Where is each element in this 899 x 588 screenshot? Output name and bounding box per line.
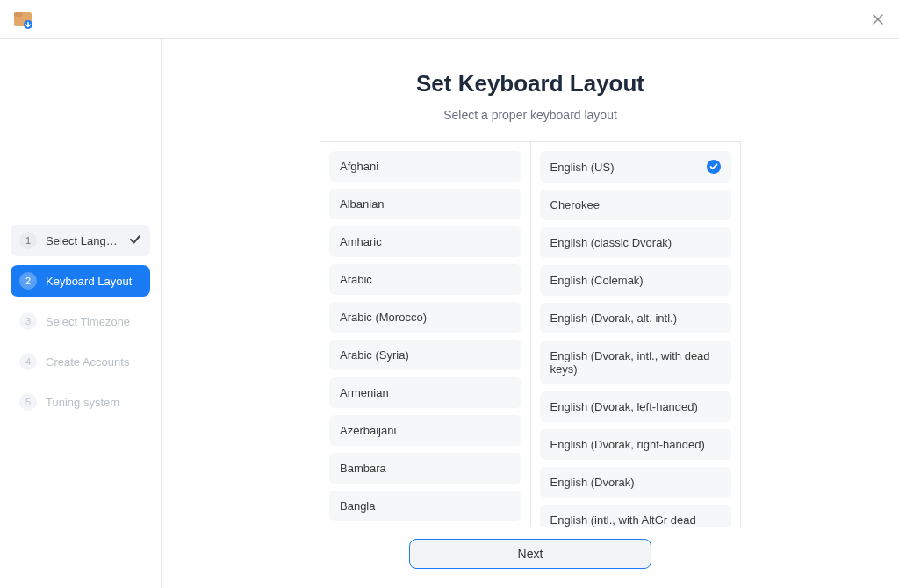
- option-label: Cherokee: [550, 198, 600, 212]
- layout-variant-option[interactable]: English (Dvorak, intl., with dead keys): [540, 341, 732, 384]
- title-bar-left: [12, 9, 33, 30]
- language-option[interactable]: Armenian: [329, 377, 521, 408]
- step-number: 2: [19, 272, 37, 290]
- step-number: 5: [19, 393, 37, 411]
- step-label: Keyboard Layout: [46, 275, 141, 288]
- language-option[interactable]: Arabic (Morocco): [329, 302, 521, 333]
- language-option[interactable]: Bangla: [329, 491, 521, 521]
- language-list[interactable]: AfghaniAlbanianAmharicArabicArabic (Moro…: [320, 142, 531, 527]
- step-label: Tuning system: [46, 396, 141, 409]
- next-button-label: Next: [518, 547, 543, 561]
- option-label: Azerbaijani: [340, 424, 396, 437]
- step-create-accounts[interactable]: 4 Create Accounts: [11, 346, 150, 377]
- layout-variant-option[interactable]: English (US): [540, 151, 732, 183]
- selected-check-icon: [707, 160, 721, 174]
- step-number: 1: [19, 232, 37, 249]
- title-bar: [0, 0, 899, 39]
- close-button[interactable]: [869, 11, 887, 28]
- layout-variant-option[interactable]: English (Dvorak, left-handed): [540, 391, 732, 422]
- option-label: English (Colemak): [550, 274, 644, 287]
- layout-variant-option[interactable]: English (Colemak): [540, 265, 732, 296]
- option-label: English (US): [550, 161, 615, 174]
- language-option[interactable]: Amharic: [329, 226, 521, 257]
- wizard-footer: Next: [162, 530, 899, 577]
- layout-variant-option[interactable]: English (Dvorak, right-handed): [540, 429, 732, 460]
- option-label: Armenian: [340, 386, 389, 399]
- step-label: Select Timezone: [46, 315, 141, 328]
- page-title: Set Keyboard Layout: [416, 70, 644, 97]
- language-option[interactable]: Bambara: [329, 453, 521, 484]
- step-keyboard-layout[interactable]: 2 Keyboard Layout: [11, 265, 150, 297]
- svg-rect-1: [14, 12, 23, 17]
- page-subtitle: Select a proper keyboard layout: [443, 108, 617, 122]
- installer-app-icon: [12, 9, 33, 30]
- language-option[interactable]: Arabic: [329, 264, 521, 295]
- option-label: Arabic: [340, 273, 372, 286]
- language-option[interactable]: Arabic (Syria): [329, 340, 521, 370]
- checkmark-icon: [129, 233, 141, 248]
- option-label: English (Dvorak, right-handed): [550, 438, 705, 451]
- layout-variant-list[interactable]: English (US)CherokeeEnglish (classic Dvo…: [531, 142, 741, 527]
- option-label: Albanian: [340, 197, 385, 211]
- step-select-language[interactable]: 1 Select Langu…: [11, 225, 150, 256]
- option-label: Amharic: [340, 235, 382, 248]
- option-label: English (Dvorak, left-handed): [550, 400, 698, 413]
- step-select-timezone[interactable]: 3 Select Timezone: [11, 305, 150, 337]
- step-tuning-system[interactable]: 5 Tuning system: [11, 386, 150, 418]
- layout-variant-option[interactable]: English (Dvorak): [540, 467, 732, 498]
- option-label: Arabic (Morocco): [340, 311, 427, 324]
- language-option[interactable]: Azerbaijani: [329, 415, 521, 446]
- layout-variant-option[interactable]: English (intl., with AltGr dead keys): [540, 505, 732, 527]
- option-label: English (Dvorak, intl., with dead keys): [550, 349, 722, 376]
- language-option[interactable]: Afghani: [329, 151, 521, 182]
- layout-variant-option[interactable]: English (Dvorak, alt. intl.): [540, 303, 732, 333]
- close-icon: [872, 13, 884, 25]
- step-label: Create Accounts: [46, 355, 141, 369]
- step-label: Select Langu…: [46, 234, 120, 247]
- step-number: 4: [19, 353, 37, 370]
- option-label: Arabic (Syria): [340, 348, 409, 362]
- layout-variant-option[interactable]: English (classic Dvorak): [540, 227, 732, 258]
- option-label: English (classic Dvorak): [550, 236, 672, 249]
- option-label: Afghani: [340, 160, 378, 173]
- next-button[interactable]: Next: [409, 539, 651, 569]
- option-label: English (Dvorak, alt. intl.): [550, 312, 678, 325]
- wizard-sidebar: 1 Select Langu… 2 Keyboard Layout 3 Sele…: [0, 39, 162, 588]
- keyboard-layout-panel: AfghaniAlbanianAmharicArabicArabic (Moro…: [320, 141, 741, 527]
- step-number: 3: [19, 312, 37, 330]
- option-label: English (intl., with AltGr dead keys): [550, 513, 722, 527]
- option-label: Bangla: [340, 499, 375, 513]
- main-content: Set Keyboard Layout Select a proper keyb…: [162, 39, 899, 588]
- language-option[interactable]: Albanian: [329, 189, 521, 219]
- option-label: English (Dvorak): [550, 476, 635, 489]
- option-label: Bambara: [340, 462, 386, 475]
- layout-variant-option[interactable]: Cherokee: [540, 190, 732, 220]
